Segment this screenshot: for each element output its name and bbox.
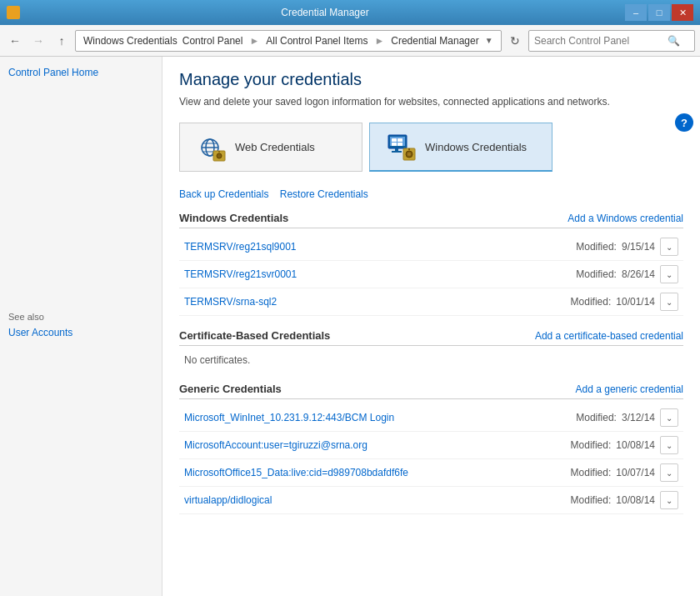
credential-name: Microsoft_WinInet_10.231.9.12:443/BCM Lo… (184, 412, 394, 423)
main-container: Control Panel Home See also User Account… (0, 57, 700, 596)
credential-name: MicrosoftAccount:user=tgiruzzi@srna.org (184, 439, 368, 451)
credential-name: TERMSRV/reg21sql9001 (184, 241, 297, 253)
svg-rect-12 (392, 143, 397, 146)
see-also-label: See also (8, 312, 153, 322)
modified-date: 10/08/14 (616, 439, 655, 451)
svg-rect-15 (392, 151, 402, 153)
expand-button[interactable]: ⌄ (660, 463, 678, 482)
windows-credentials-header: Windows Credentials Add a Windows creden… (179, 212, 683, 228)
table-row[interactable]: Microsoft_WinInet_10.231.9.12:443/BCM Lo… (179, 404, 683, 432)
backup-restore-links: Back up Credentials Restore Credentials (179, 188, 683, 200)
credential-info: Modified: 8/26/14 ⌄ (576, 265, 678, 283)
expand-button[interactable]: ⌄ (660, 238, 678, 256)
svg-rect-14 (395, 148, 398, 151)
back-button[interactable]: ← (5, 31, 25, 51)
modified-label: Modified: (571, 467, 612, 478)
generic-credentials-header: Generic Credentials Add a generic creden… (179, 383, 683, 399)
modified-date: 10/08/14 (616, 494, 655, 506)
sidebar-home-link[interactable]: Control Panel Home (8, 67, 153, 78)
search-box: 🔍 (528, 30, 695, 52)
sidebar: Control Panel Home See also User Account… (0, 57, 162, 596)
modified-date: 10/07/14 (616, 467, 655, 478)
modified-label: Modified: (571, 494, 612, 506)
refresh-button[interactable]: ↻ (505, 31, 525, 51)
web-credentials-icon (197, 133, 227, 163)
tab-web-credentials-label: Web Credentials (235, 141, 315, 153)
svg-rect-10 (392, 138, 397, 142)
path-dropdown-button[interactable]: ▼ (485, 36, 493, 45)
credential-info: Modified: 10/07/14 ⌄ (571, 463, 678, 482)
windows-credentials-section: Windows Credentials Add a Windows creden… (179, 212, 683, 316)
windows-credentials-title: Windows Credentials (179, 212, 288, 224)
path-control-panel[interactable]: Windows Credentials (81, 34, 180, 48)
path-credential-manager-link[interactable]: Credential Manager (388, 34, 481, 48)
credential-name: virtualapp/didlogical (184, 494, 272, 506)
expand-button[interactable]: ⌄ (660, 408, 678, 427)
modified-date: 10/01/14 (616, 296, 655, 308)
table-row[interactable]: MicrosoftAccount:user=tgiruzzi@srna.org … (179, 432, 683, 459)
generic-credentials-section: Generic Credentials Add a generic creden… (179, 383, 683, 514)
windows-credentials-icon (387, 132, 417, 162)
restore-credentials-link[interactable]: Restore Credentials (280, 188, 368, 200)
app-icon (7, 6, 20, 19)
address-bar: ← → ↑ Windows Credentials Control Panel … (0, 25, 700, 57)
expand-button[interactable]: ⌄ (660, 265, 678, 283)
credential-info: Modified: 10/08/14 ⌄ (571, 436, 678, 454)
page-description: View and delete your saved logon informa… (179, 96, 683, 108)
window-controls: – □ ✕ (625, 4, 693, 21)
modified-label: Modified: (576, 241, 617, 253)
table-row[interactable]: virtualapp/didlogical Modified: 10/08/14… (179, 487, 683, 514)
minimize-button[interactable]: – (625, 4, 647, 21)
no-certificates-message: No certificates. (179, 351, 683, 369)
address-path: Windows Credentials Control Panel ► All … (75, 30, 502, 52)
add-generic-credential-link[interactable]: Add a generic credential (576, 383, 683, 395)
modified-label: Modified: (571, 439, 612, 451)
tab-windows-credentials[interactable]: Windows Credentials (369, 123, 552, 172)
credential-name: MicrosoftOffice15_Data:live:cid=d989708b… (184, 467, 408, 478)
modified-label: Modified: (571, 296, 612, 308)
svg-rect-13 (398, 143, 402, 146)
table-row[interactable]: TERMSRV/reg21sql9001 Modified: 9/15/14 ⌄ (179, 233, 683, 261)
path-display: Control Panel ► All Control Panel Items … (180, 34, 493, 48)
table-row[interactable]: MicrosoftOffice15_Data:live:cid=d989708b… (179, 459, 683, 487)
modified-label: Modified: (576, 268, 617, 280)
tab-web-credentials[interactable]: Web Credentials (179, 123, 362, 172)
content-area: Manage your credentials View and delete … (162, 57, 700, 596)
generic-credentials-title: Generic Credentials (179, 383, 282, 395)
path-control-panel-link[interactable]: Control Panel (180, 34, 246, 48)
path-all-items-link[interactable]: All Control Panel Items (263, 34, 370, 48)
credential-info: Modified: 10/08/14 ⌄ (571, 491, 678, 509)
modified-label: Modified: (576, 412, 617, 423)
expand-button[interactable]: ⌄ (660, 491, 678, 509)
certificate-credentials-section: Certificate-Based Credentials Add a cert… (179, 329, 683, 369)
svg-rect-11 (398, 138, 402, 142)
search-button[interactable]: 🔍 (668, 35, 680, 47)
forward-button[interactable]: → (28, 31, 48, 51)
up-button[interactable]: ↑ (52, 31, 72, 51)
sidebar-user-accounts-link[interactable]: User Accounts (8, 327, 153, 338)
modified-date: 9/15/14 (622, 241, 655, 253)
svg-point-6 (217, 153, 222, 158)
credential-tabs: Web Credentials (179, 123, 683, 172)
credential-info: Modified: 9/15/14 ⌄ (576, 238, 678, 256)
close-button[interactable]: ✕ (672, 4, 693, 21)
table-row[interactable]: TERMSRV/srna-sql2 Modified: 10/01/14 ⌄ (179, 288, 683, 316)
table-row[interactable]: TERMSRV/reg21svr0001 Modified: 8/26/14 ⌄ (179, 261, 683, 288)
window-title: Credential Manager (25, 7, 625, 18)
credential-info: Modified: 10/01/14 ⌄ (571, 293, 678, 311)
svg-point-18 (408, 153, 411, 156)
search-input[interactable] (534, 35, 668, 47)
expand-button[interactable]: ⌄ (660, 436, 678, 454)
add-windows-credential-link[interactable]: Add a Windows credential (568, 213, 683, 224)
certificate-credentials-title: Certificate-Based Credentials (179, 329, 330, 342)
help-icon[interactable]: ? (675, 113, 693, 132)
page-title: Manage your credentials (179, 70, 683, 89)
backup-credentials-link[interactable]: Back up Credentials (179, 188, 268, 200)
expand-button[interactable]: ⌄ (660, 293, 678, 311)
credential-name: TERMSRV/srna-sql2 (184, 296, 277, 308)
modified-date: 8/26/14 (622, 268, 655, 280)
add-certificate-credential-link[interactable]: Add a certificate-based credential (535, 330, 683, 342)
maximize-button[interactable]: □ (648, 4, 670, 21)
tab-windows-credentials-label: Windows Credentials (425, 141, 527, 153)
certificate-credentials-header: Certificate-Based Credentials Add a cert… (179, 329, 683, 346)
